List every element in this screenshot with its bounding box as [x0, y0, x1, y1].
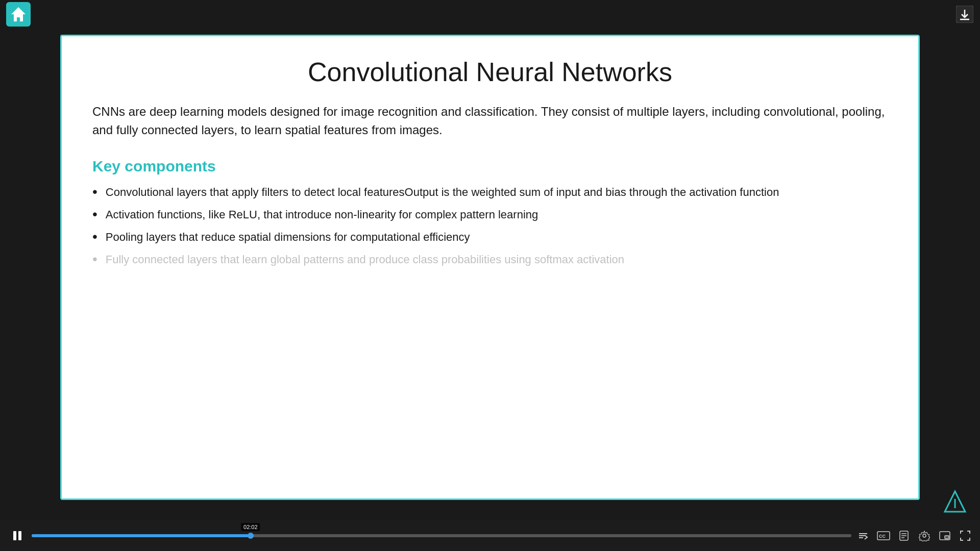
settings-button[interactable] [918, 529, 931, 542]
bullet-dot: • [92, 229, 97, 245]
controls-right: CC [856, 529, 972, 542]
transcript-button[interactable] [897, 529, 911, 542]
bullet-item-3: •Fully connected layers that learn globa… [92, 252, 888, 268]
download-button[interactable] [955, 5, 974, 23]
player-bar: 02:02 CC [0, 520, 980, 551]
time-tooltip: 02:02 [241, 523, 260, 531]
bullet-dot: • [92, 252, 97, 267]
slide-title: Convolutional Neural Networks [92, 57, 888, 87]
bullet-dot: • [92, 207, 97, 222]
home-button[interactable] [6, 2, 31, 27]
progress-thumb [248, 533, 254, 539]
svg-rect-7 [13, 531, 16, 540]
progress-bar[interactable]: 02:02 [32, 534, 851, 537]
svg-point-18 [923, 534, 926, 537]
svg-rect-8 [18, 531, 21, 540]
svg-rect-20 [945, 536, 949, 539]
pip-button[interactable] [938, 529, 951, 542]
fullscreen-button[interactable] [959, 529, 972, 542]
bullet-item-1: •Activation functions, like ReLU, that i… [92, 207, 888, 223]
brand-logo [942, 489, 968, 514]
bullet-item-2: •Pooling layers that reduce spatial dime… [92, 229, 888, 245]
bullet-text: Convolutional layers that apply filters … [106, 184, 779, 201]
svg-text:CC: CC [879, 534, 886, 539]
top-bar [0, 0, 980, 29]
bullet-item-0: •Convolutional layers that apply filters… [92, 184, 888, 201]
captions-button[interactable]: CC [877, 529, 890, 542]
svg-rect-2 [16, 9, 21, 13]
key-components-heading: Key components [92, 158, 888, 175]
bullet-text: Pooling layers that reduce spatial dimen… [106, 229, 470, 245]
slide-container: Convolutional Neural Networks CNNs are d… [60, 35, 920, 500]
playback-speed-icon[interactable] [856, 529, 870, 542]
bullet-list: •Convolutional layers that apply filters… [92, 184, 888, 274]
bullet-text: Fully connected layers that learn global… [106, 252, 624, 268]
bullet-text: Activation functions, like ReLU, that in… [106, 207, 538, 223]
slide-intro: CNNs are deep learning models designed f… [92, 103, 888, 139]
pause-button[interactable] [8, 527, 27, 545]
progress-fill [32, 534, 251, 537]
bullet-dot: • [92, 184, 97, 200]
